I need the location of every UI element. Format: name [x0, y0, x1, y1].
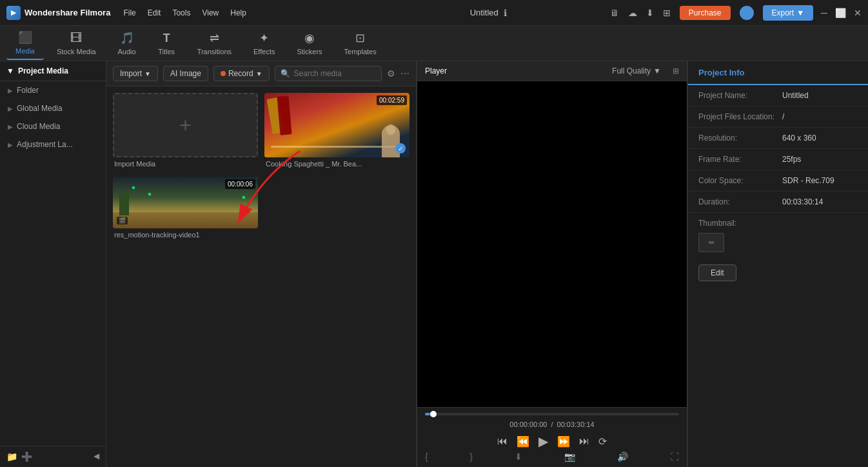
quality-select[interactable]: Full Quality ▼: [612, 66, 661, 75]
mark-out-icon[interactable]: }: [470, 452, 473, 462]
stickers-nav-label: Stickers: [297, 48, 322, 55]
nav-item-templates[interactable]: ⊡ Templates: [335, 27, 386, 59]
current-time: 00:00:00:00: [509, 421, 547, 428]
player-tab[interactable]: Player: [425, 66, 447, 75]
project-info-tab[interactable]: Project Info: [688, 61, 868, 85]
export-button[interactable]: Export ▼: [763, 5, 814, 21]
maximize-button[interactable]: ⬜: [835, 8, 846, 18]
info-row-framerate: Frame Rate: 25fps: [688, 149, 868, 170]
user-avatar: [740, 6, 754, 20]
minimize-button[interactable]: ─: [821, 8, 827, 18]
screen-icons: { } ⬇ 📷 🔊 ⛶: [425, 449, 679, 462]
step-forward-button[interactable]: ⏭: [579, 435, 589, 447]
stock-media-nav-label: Stock Media: [57, 48, 96, 55]
add-folder-icon[interactable]: 📁: [6, 452, 17, 462]
sidebar-item-cloud-media[interactable]: ▶ Cloud Media: [0, 117, 106, 135]
sidebar-bottom: 📁 ➕ ◀: [0, 446, 106, 467]
sidebar-folder-label: Folder: [17, 86, 39, 95]
monitor-icon[interactable]: 🖥: [610, 8, 619, 18]
thumbnail-label: Thumbnail:: [698, 219, 858, 228]
resolution-value: 640 x 360: [782, 134, 816, 143]
thumbnail-pencil-icon: ✏: [709, 239, 715, 247]
project-media-header[interactable]: ▼ Project Media: [0, 61, 106, 81]
title-icons: 🖥 ☁ ⬇ ⊞ Purchase Export ▼: [610, 5, 813, 21]
filter-icon[interactable]: ⚙: [387, 68, 395, 79]
search-input[interactable]: [294, 69, 376, 78]
play-button[interactable]: ▶: [538, 433, 548, 449]
sidebar-global-media-label: Global Media: [17, 104, 63, 113]
step-back-button[interactable]: ⏮: [497, 435, 508, 447]
record-button[interactable]: Record ▼: [213, 66, 270, 81]
colorspace-value: SDR - Rec.709: [782, 176, 834, 185]
loop-button[interactable]: ⟳: [598, 435, 607, 448]
nav-item-effects[interactable]: ✦ Effects: [244, 27, 284, 59]
nav-item-titles[interactable]: T Titles: [149, 28, 184, 59]
import-media-item[interactable]: + Import Media: [113, 93, 258, 170]
player-header: Player Full Quality ▼ ⊞: [417, 61, 687, 81]
menu-tools[interactable]: Tools: [172, 8, 190, 17]
more-options-icon[interactable]: ⋯: [400, 68, 409, 79]
volume-icon[interactable]: 🔊: [617, 452, 628, 462]
menu-edit[interactable]: Edit: [148, 8, 161, 17]
thumbnail-edit-button[interactable]: ✏: [698, 233, 724, 252]
download-icon[interactable]: ⬇: [646, 8, 654, 18]
nav-item-audio[interactable]: 🎵 Audio: [109, 27, 145, 59]
close-button[interactable]: ✕: [854, 8, 862, 18]
nav-item-media[interactable]: ⬛ Media: [6, 26, 44, 60]
motion-video-item[interactable]: 00:00:06 🎬 res_motion-tracking-video1: [113, 177, 258, 241]
progress-bar[interactable]: [425, 413, 679, 415]
fullscreen-icon[interactable]: ⛶: [670, 452, 679, 462]
quality-label: Full Quality: [612, 66, 651, 75]
menu-help[interactable]: Help: [230, 8, 246, 17]
cloud-icon[interactable]: ☁: [628, 8, 637, 18]
snapshot-icon[interactable]: 📷: [564, 452, 575, 462]
info-icon[interactable]: ℹ: [504, 8, 507, 18]
app-name: Wondershare Filmora: [25, 8, 110, 17]
sidebar-header-label: Project Media: [18, 66, 68, 75]
effects-nav-label: Effects: [253, 48, 275, 55]
audio-nav-icon: 🎵: [120, 31, 134, 45]
ai-image-button[interactable]: AI Image: [163, 66, 208, 81]
clip-to-timeline-icon[interactable]: ⬇: [515, 452, 522, 462]
media-nav-icon: ⬛: [18, 30, 32, 45]
import-button[interactable]: Import ▼: [113, 66, 158, 81]
stock-media-nav-icon: 🎞: [70, 32, 82, 45]
purchase-button[interactable]: Purchase: [680, 6, 731, 20]
screen-expand-icon[interactable]: ⊞: [673, 66, 679, 75]
import-label: Import: [120, 69, 142, 78]
sidebar-item-adjustment-layer[interactable]: ▶ Adjustment La...: [0, 135, 106, 154]
rewind-button[interactable]: ⏪: [517, 435, 529, 448]
motion-video-thumb: 00:00:06 🎬: [113, 177, 258, 228]
sidebar-item-folder[interactable]: ▶ Folder: [0, 81, 106, 99]
project-title: Untitled: [470, 8, 498, 17]
import-placeholder-thumb: +: [113, 93, 258, 157]
sidebar-cloud-media-label: Cloud Media: [17, 122, 60, 131]
sidebar-adjustment-label: Adjustment La...: [17, 140, 73, 149]
menu-file[interactable]: File: [123, 8, 135, 17]
nav-item-stickers[interactable]: ◉ Stickers: [288, 27, 331, 59]
thumbnail-row: Thumbnail: ✏: [688, 213, 868, 258]
fast-forward-button[interactable]: ⏩: [557, 435, 570, 448]
nav-item-transitions[interactable]: ⇌ Transitions: [188, 27, 241, 59]
record-label: Record: [228, 69, 253, 78]
sidebar-collapse-icon[interactable]: ◀: [94, 452, 99, 462]
menu-bar: File Edit Tools View Help: [123, 8, 366, 17]
cooking-video-item[interactable]: 00:02:59 ✓ Cooking Spaghetti _ Mr. Bea..…: [264, 93, 409, 170]
media-panel: Import ▼ AI Image Record ▼ 🔍 ⚙ ⋯: [106, 61, 417, 467]
record-dropdown-icon: ▼: [256, 70, 262, 77]
grid-icon[interactable]: ⊞: [663, 8, 671, 18]
progress-fill: [425, 413, 430, 415]
transitions-nav-icon: ⇌: [210, 31, 219, 45]
total-time: 00:03:30:14: [557, 421, 595, 428]
new-folder-icon[interactable]: ➕: [21, 452, 32, 462]
motion-video-label: res_motion-tracking-video1: [113, 228, 258, 241]
player-panel: Player Full Quality ▼ ⊞ 00: [417, 61, 687, 467]
mark-in-icon[interactable]: {: [425, 452, 428, 462]
stickers-nav-icon: ◉: [304, 31, 315, 45]
sidebar-item-global-media[interactable]: ▶ Global Media: [0, 99, 106, 117]
menu-view[interactable]: View: [202, 8, 219, 17]
window-controls: ─ ⬜ ✕: [821, 8, 862, 18]
nav-item-stock-media[interactable]: 🎞 Stock Media: [48, 28, 105, 59]
edit-button[interactable]: Edit: [698, 264, 736, 281]
transitions-nav-label: Transitions: [197, 48, 232, 55]
